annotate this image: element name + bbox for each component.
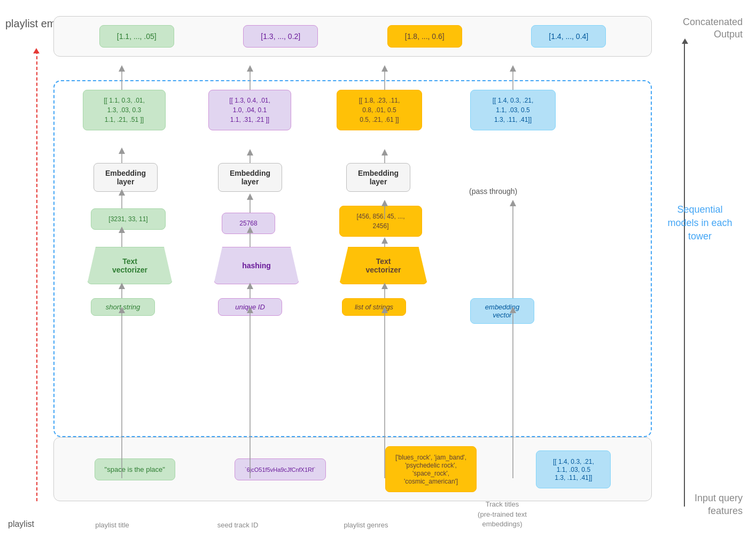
label-seed-track-id: seed track ID [195,521,280,529]
input-cell-2: `6jcO51f5vHa9cJfCnfX1Rf` [235,458,326,480]
sequential-models-label: Sequential models in each tower [663,203,737,244]
col2-vectorizer: hashing [214,247,299,284]
black-arrow-right [684,43,685,507]
red-arrow-head [33,48,40,53]
col2-input-type: unique ID [218,298,282,316]
col1-vectorizer: Text vectorizer [87,247,173,284]
diagram-container: playlist embedding Concatenated Output [… [0,0,748,560]
concatenated-output-label: Concatenated Output [683,16,743,41]
col2-embedding-layer: Embedding layer [218,163,282,192]
label-playlist: playlist [8,519,34,529]
col1-input-type: short string [91,298,155,316]
top-output-row: [1.1, ..., .05] [1.3, ..., 0.2] [1.8, ..… [53,16,652,57]
input-cell-3: ['blues_rock', 'jam_band', 'psychedelic … [385,446,477,492]
output-cell-2: [1.3, ..., 0.2] [243,25,318,48]
bottom-input-row: "space is the place" `6jcO51f5vHa9cJfCnf… [53,437,652,501]
col4-matrix: [[ 1.4, 0.3, .21, 1.1, .03, 0.5 1.3, .11… [470,90,556,130]
col3-vectorizer: Text vectorizer [339,247,427,284]
input-features-label: Input query features [695,492,743,517]
col2-vectorized: 25768 [222,213,275,234]
col1-vectorized: [3231, 33, 11] [91,208,166,230]
input-cell-4: [[ 1.4, 0.3, .21, 1.1, .03, 0.5 1.3, .11… [536,450,611,488]
output-cell-3: [1.8, ..., 0.6] [387,25,462,48]
col1-matrix: [[ 1.1, 0.3, .01, 1.3, .03, 0.3 1.1, .21… [83,90,166,130]
input-cell-1: "space is the place" [95,458,175,480]
col3-matrix: [[ 1.8, .23, .11, 0.8, .01, 0.5 0.5, .21… [337,90,422,130]
col3-input-type: list of strings [342,298,406,316]
output-cell-4: [1.4, ..., 0.4] [531,25,606,48]
col3-embedding-layer: Embedding layer [346,163,410,192]
col2-matrix: [[ 1.3, 0.4, .01, 1.0, .04, 0.1 1.1, .31… [208,90,291,130]
col4-input-type: embedding vector [470,298,534,324]
col3-vectorized: [456, 856, 45, ..., 2456] [339,206,422,237]
col1-embedding-layer: Embedding layer [94,163,158,192]
label-playlist-title: playlist title [69,521,155,529]
col4-passthrough: (pass through) [469,187,517,196]
red-dashed-arrow [36,51,37,501]
output-cell-1: [1.1, ..., .05] [99,25,174,48]
label-track-titles: Track titles (pre-trained text embedding… [459,490,545,529]
label-playlist-genres: playlist genres [323,521,409,529]
